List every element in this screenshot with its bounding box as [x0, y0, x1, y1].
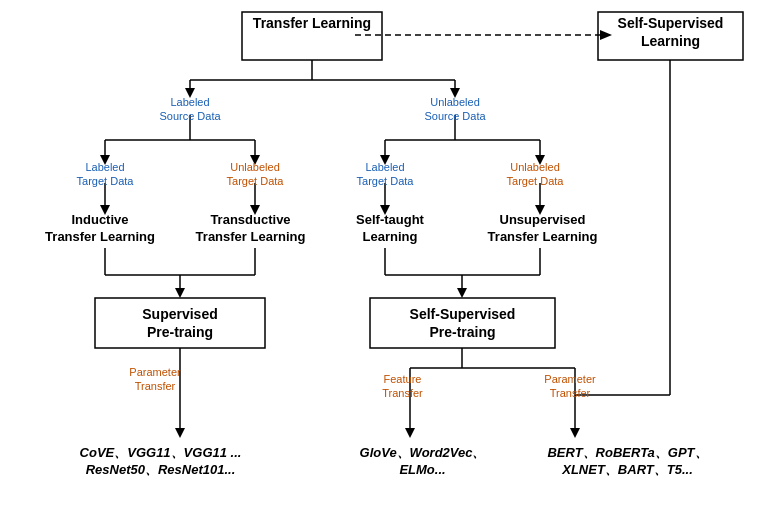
- self-supervised-pre-traing: Self-SupervisedPre-traing: [370, 305, 555, 341]
- svg-marker-22: [175, 288, 185, 298]
- parameter-transfer-label-2: ParameterTransfer: [525, 372, 615, 401]
- self-supervised-learning-node: Self-SupervisedLearning: [598, 14, 743, 50]
- svg-marker-50: [570, 428, 580, 438]
- self-taught-learning: Self-taughtLearning: [330, 212, 450, 246]
- svg-marker-43: [457, 288, 467, 298]
- inductive-transfer-learning: InductiveTransfer Learning: [30, 212, 170, 246]
- diagram: Transfer Learning Self-SupervisedLearnin…: [0, 0, 759, 521]
- svg-marker-25: [175, 428, 185, 438]
- transfer-learning-node: Transfer Learning: [242, 14, 382, 32]
- glove-list: GloVe、Word2Vec、ELMo...: [330, 445, 515, 479]
- labeled-target-data-2: LabeledTarget Data: [340, 160, 430, 189]
- cove-list: CoVE、VGG11、VGG11 ...ResNet50、ResNet101..…: [18, 445, 303, 479]
- supervised-pre-traing: SupervisedPre-traing: [95, 305, 265, 341]
- feature-transfer-label: FeatureTransfer: [360, 372, 445, 401]
- unlabeled-source-data-right: UnlabeledSource Data: [410, 95, 500, 124]
- svg-marker-48: [405, 428, 415, 438]
- unlabeled-target-data-1: UnlabeledTarget Data: [210, 160, 300, 189]
- unlabeled-target-data-2: UnlabeledTarget Data: [490, 160, 580, 189]
- diagram-lines: [0, 0, 759, 521]
- labeled-target-data-1: LabeledTarget Data: [60, 160, 150, 189]
- bert-list: BERT、RoBERTa、GPT、XLNET、BART、T5...: [510, 445, 745, 479]
- unsupervised-transfer-learning: UnsupervisedTransfer Learning: [460, 212, 625, 246]
- labeled-source-data-left: LabeledSource Data: [145, 95, 235, 124]
- parameter-transfer-label-1: ParameterTransfer: [110, 365, 200, 394]
- transductive-transfer-learning: TransductiveTransfer Learning: [168, 212, 333, 246]
